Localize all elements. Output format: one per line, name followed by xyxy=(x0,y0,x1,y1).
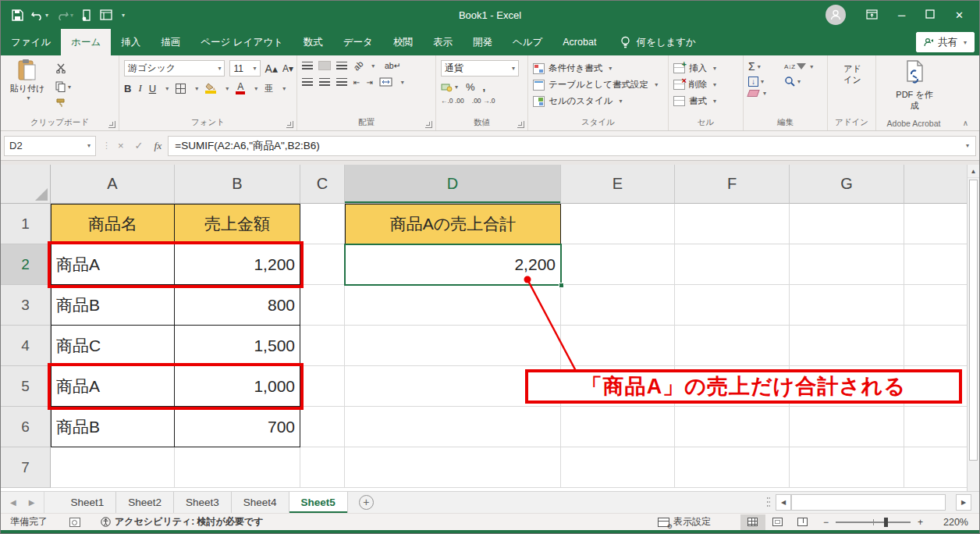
cell-B4[interactable]: 1,500 xyxy=(175,326,300,366)
vertical-scroll-thumb[interactable] xyxy=(969,180,978,461)
new-sheet-button[interactable]: + xyxy=(359,495,374,510)
increase-decimal-button[interactable]: ←.0 .00 xyxy=(441,97,464,105)
cell-A5[interactable]: 商品A xyxy=(51,366,175,407)
column-header-B[interactable]: B xyxy=(175,165,300,204)
cell-D2[interactable]: 2,200 xyxy=(345,244,561,285)
cell-x4[interactable] xyxy=(904,326,968,366)
cell-G7[interactable] xyxy=(790,447,904,488)
cell-A2[interactable]: 商品A xyxy=(51,244,175,285)
zoom-in-button[interactable]: + xyxy=(918,517,923,528)
cell-G6[interactable] xyxy=(790,407,904,447)
comma-style-button[interactable]: , xyxy=(483,81,486,93)
sheet-tab[interactable]: Sheet4 xyxy=(232,492,289,513)
page-break-view-button[interactable] xyxy=(790,514,815,530)
cell-E4[interactable] xyxy=(561,326,675,366)
sheet-nav-right-icon[interactable]: ▶ xyxy=(29,498,35,507)
ribbon-tab[interactable]: データ xyxy=(333,29,383,55)
formula-bar-splitter[interactable]: ⋮ xyxy=(102,141,112,151)
column-header-D[interactable]: D xyxy=(345,165,561,204)
ribbon-tab[interactable]: 描画 xyxy=(151,29,190,55)
insert-function-icon[interactable]: fx xyxy=(154,140,162,152)
cut-button[interactable] xyxy=(55,62,71,77)
cell-C3[interactable] xyxy=(300,285,345,326)
tell-me-search[interactable]: 何をしますか xyxy=(620,29,695,55)
cell-x2[interactable] xyxy=(904,244,968,285)
column-header-G[interactable]: G xyxy=(790,165,904,204)
normal-view-button[interactable] xyxy=(740,514,765,530)
undo-icon[interactable]: ▾ xyxy=(31,10,48,20)
fill-button[interactable]: ↓▾ xyxy=(748,76,784,87)
grow-font-button[interactable]: A▴ xyxy=(265,62,278,75)
cell-D7[interactable] xyxy=(345,447,561,488)
formula-input[interactable]: =SUMIF(A2:A6,"商品A",B2:B6) ▾ xyxy=(168,136,976,156)
row-header-4[interactable]: 4 xyxy=(1,326,51,366)
cell-A3[interactable]: 商品B xyxy=(51,285,175,326)
zoom-slider-thumb[interactable] xyxy=(884,518,888,527)
cell-x7[interactable] xyxy=(904,447,968,488)
row-header-2[interactable]: 2 xyxy=(1,244,51,285)
clipboard-dialog-launcher[interactable] xyxy=(108,121,115,128)
ribbon-tab[interactable]: Acrobat xyxy=(552,29,606,55)
ribbon-menu-button[interactable]: 挿入▾ xyxy=(673,60,740,77)
close-button[interactable]: ✕ xyxy=(955,10,964,20)
collapse-ribbon-icon[interactable]: ∧ xyxy=(963,119,968,127)
format-painter-button[interactable] xyxy=(55,97,71,111)
alignment-dialog-launcher[interactable] xyxy=(425,121,432,128)
hscroll-left-icon[interactable]: ◀ xyxy=(776,494,791,511)
row-header-7[interactable]: 7 xyxy=(1,447,51,488)
cell-C1[interactable] xyxy=(300,204,345,244)
find-select-button[interactable]: ▾ xyxy=(784,76,820,87)
display-settings-button[interactable]: 表示設定 xyxy=(658,515,711,529)
font-color-button[interactable]: A xyxy=(236,82,245,94)
redo-dropdown-icon[interactable]: ▾ xyxy=(70,12,73,19)
underline-button[interactable]: U xyxy=(149,83,156,94)
number-format-select[interactable]: 通貨▾ xyxy=(441,60,519,77)
column-header-C[interactable]: C xyxy=(300,165,345,204)
zoom-out-button[interactable]: − xyxy=(823,517,829,528)
cell-F6[interactable] xyxy=(675,407,790,447)
sheet-tab[interactable]: Sheet5 xyxy=(289,492,348,513)
autosum-button[interactable]: Σ▾ xyxy=(748,60,784,73)
cell-x3[interactable] xyxy=(904,285,968,326)
sheet-tab[interactable]: Sheet3 xyxy=(174,492,232,513)
phonetic-guide-button[interactable]: 亜 xyxy=(265,83,273,94)
bold-button[interactable]: B xyxy=(124,83,131,94)
ribbon-tab[interactable]: ページ レイアウト xyxy=(190,29,293,55)
cell-D1[interactable]: 商品Aの売上合計 xyxy=(345,204,561,244)
orientation-button[interactable]: ab xyxy=(352,59,365,72)
undo-dropdown-icon[interactable]: ▾ xyxy=(45,12,48,19)
cell-F1[interactable] xyxy=(675,204,790,244)
ribbon-tab[interactable]: ヘルプ xyxy=(502,29,552,55)
ribbon-menu-button[interactable]: セルのスタイル▾ xyxy=(533,93,665,109)
copy-button[interactable]: ▾ xyxy=(55,81,71,92)
sheet-nav-left-icon[interactable]: ◀ xyxy=(10,498,16,507)
column-header[interactable] xyxy=(904,165,968,204)
underline-dropdown-icon[interactable]: ▾ xyxy=(165,85,169,92)
select-all-corner[interactable] xyxy=(1,165,51,204)
cell-C6[interactable] xyxy=(300,407,345,447)
macro-record-icon[interactable] xyxy=(69,518,80,527)
cell-F7[interactable] xyxy=(675,447,790,488)
number-dialog-launcher[interactable] xyxy=(517,121,524,128)
font-size-select[interactable]: 11▾ xyxy=(229,60,260,77)
cell-G3[interactable] xyxy=(790,285,904,326)
cell-E7[interactable] xyxy=(561,447,675,488)
phonetic-dropdown-icon[interactable]: ▾ xyxy=(282,85,286,92)
cell-D6[interactable] xyxy=(345,407,561,447)
zoom-level[interactable]: 220% xyxy=(934,517,968,528)
qat-customize-icon[interactable]: ▾ xyxy=(122,12,125,19)
align-center-button[interactable] xyxy=(319,78,330,86)
paste-button[interactable]: 貼り付け ▾ xyxy=(5,59,49,111)
decrease-indent-button[interactable]: ⇤ xyxy=(353,78,360,87)
create-pdf-button[interactable]: PDF を作成 xyxy=(881,60,948,112)
ribbon-tab[interactable]: 開発 xyxy=(463,29,502,55)
fill-color-button[interactable] xyxy=(205,83,216,94)
cell-B2[interactable]: 1,200 xyxy=(175,244,300,285)
cell-G2[interactable] xyxy=(790,244,904,285)
wrap-text-button[interactable]: ab↵ xyxy=(381,61,404,70)
name-box[interactable]: D2 ▾ xyxy=(4,136,96,156)
vertical-scrollbar[interactable]: ▲ xyxy=(967,165,979,491)
font-color-dropdown-icon[interactable]: ▾ xyxy=(254,85,257,92)
percent-style-button[interactable]: % xyxy=(466,81,475,93)
cell-E6[interactable] xyxy=(561,407,675,447)
